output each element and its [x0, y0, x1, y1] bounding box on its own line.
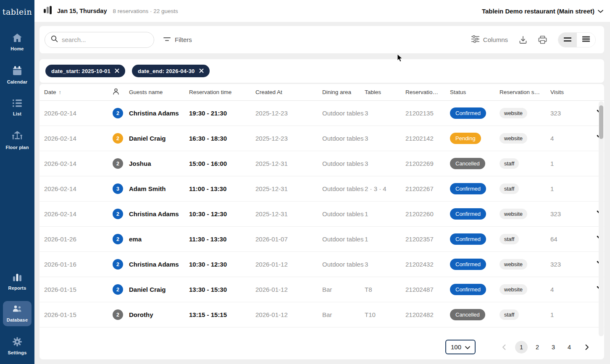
table-body: 2026-02-14 2 Christina Adams 19:30 - 21:… — [39, 101, 604, 327]
column-header-tables[interactable]: Tables — [365, 89, 405, 95]
column-header-dining-area[interactable]: Dining area — [322, 89, 365, 95]
guest-name-cell: Christina Adams — [129, 261, 189, 268]
column-header-reservation-id[interactable]: Reservatio… — [405, 89, 450, 95]
reservation-date-cell: 2026-02-14 — [44, 185, 113, 192]
source-badge: website — [500, 284, 527, 295]
column-header-reservation-time[interactable]: Reservation time — [189, 89, 255, 95]
restaurant-selector[interactable]: Tablein Demo restaurant (Main street) — [482, 7, 603, 15]
columns-button[interactable]: Columns — [471, 35, 508, 44]
dining-area-cell: Outdoor tables — [322, 261, 365, 268]
page-size-value: 100 — [451, 343, 461, 351]
page-button-1[interactable]: 1 — [515, 341, 528, 354]
page-button-2[interactable]: 2 — [531, 341, 544, 354]
guests-count-cell: 2 — [113, 133, 129, 144]
search-icon — [51, 35, 58, 44]
sidebar-nav-bottom: Reports Database — [0, 268, 34, 364]
filter-chip-date-start[interactable]: date_start: 2025-10-01 — [45, 65, 125, 77]
table-row[interactable]: 2026-02-14 2 Joshua 15:00 - 16:00 2025-1… — [39, 151, 604, 176]
gear-icon — [13, 337, 22, 346]
source-cell: website — [500, 108, 550, 118]
previous-page-button[interactable] — [497, 341, 510, 354]
tables-cell: 1 — [365, 210, 405, 217]
sidebar-item-list[interactable]: List — [3, 95, 32, 120]
table-row[interactable]: 2026-02-14 3 Adam Smith 11:00 - 13:30 20… — [39, 176, 604, 202]
visits-cell: 4 — [550, 135, 597, 142]
reservations-table: Date ↑ Guests name Reservation time Crea… — [39, 84, 604, 359]
source-cell: website — [500, 133, 550, 144]
two-lines-icon — [564, 36, 571, 44]
reservation-date-cell: 2026-02-14 — [44, 210, 113, 217]
column-header-date[interactable]: Date ↑ — [44, 89, 113, 95]
visits-cell: 323 — [550, 261, 597, 268]
column-header-created-at[interactable]: Created At — [255, 89, 322, 95]
page-button-3[interactable]: 3 — [547, 341, 560, 354]
guest-name-cell: Joshua — [129, 160, 189, 167]
sidebar-item-floor-plan[interactable]: Floor plan — [3, 127, 32, 154]
visits-cell: 323 — [550, 110, 597, 117]
status-cell: Confirmed — [450, 183, 500, 194]
filter-chip-date-end[interactable]: date_end: 2026-04-30 — [132, 65, 210, 77]
search-input[interactable] — [62, 36, 142, 43]
sidebar-item-calendar[interactable]: Calendar — [3, 62, 32, 88]
vertical-scrollbar[interactable] — [599, 101, 604, 336]
next-page-button[interactable] — [581, 341, 593, 354]
reservation-date-cell: 2026-01-15 — [44, 311, 113, 318]
sidebar-item-reports[interactable]: Reports — [3, 268, 32, 294]
search-box[interactable] — [45, 32, 154, 48]
table-row[interactable]: 2026-02-14 2 Daniel Craig 16:30 - 18:30 … — [39, 126, 604, 151]
reservations-summary: 8 reservations · 22 guests — [113, 8, 178, 14]
table-row[interactable]: 2026-01-16 2 Christina Adams 10:30 - 12:… — [39, 252, 604, 277]
sidebar-nav: Home Calendar List Floor plan — [0, 29, 34, 159]
table-row[interactable]: 2026-01-15 2 Daniel Craig 13:30 - 15:30 … — [39, 277, 604, 302]
reservation-id-cell: 21202267 — [405, 185, 450, 192]
visits-cell: 1 — [550, 160, 597, 167]
close-icon[interactable] — [199, 68, 204, 74]
table-row[interactable]: 2026-01-15 2 Dorothy 13:15 - 15:15 2026-… — [39, 302, 604, 327]
scrollbar-thumb[interactable] — [599, 105, 603, 139]
sort-ascending-icon: ↑ — [59, 89, 62, 95]
page-size-select[interactable]: 100 — [445, 340, 476, 354]
dining-area-cell: Outdoor tables — [322, 210, 365, 217]
filter-icon — [163, 36, 171, 43]
download-button[interactable] — [519, 36, 527, 44]
close-icon[interactable] — [115, 68, 119, 74]
print-button[interactable] — [538, 36, 547, 44]
source-badge: staff — [500, 234, 519, 244]
guests-count-cell: 2 — [113, 108, 129, 118]
column-header-source[interactable]: Reservation s… — [500, 89, 550, 95]
tables-cell: 3 — [365, 110, 405, 117]
day-stats-icon[interactable] — [44, 5, 52, 17]
sidebar-item-database[interactable]: Database — [3, 301, 32, 326]
sidebar-item-settings[interactable]: Settings — [3, 333, 32, 359]
guests-count-badge: 2 — [113, 284, 123, 295]
source-badge: staff — [500, 183, 519, 194]
sidebar-item-label: Calendar — [7, 79, 28, 84]
tables-cell: 3 — [365, 261, 405, 268]
reservation-time-cell: 10:30 - 12:30 — [189, 210, 255, 217]
table-row[interactable]: 2026-02-14 2 Christina Adams 10:30 - 12:… — [39, 202, 604, 227]
sidebar-item-home[interactable]: Home — [3, 29, 32, 55]
guests-count-badge: 2 — [113, 108, 123, 118]
column-header-guests[interactable] — [113, 88, 129, 96]
column-header-guests-name[interactable]: Guests name — [129, 89, 189, 95]
active-filters: date_start: 2025-10-01 date_end: 2026-04… — [39, 59, 604, 83]
created-at-cell: 2025-12-23 — [255, 110, 322, 117]
column-header-status[interactable]: Status — [450, 89, 500, 95]
page-button-4[interactable]: 4 — [563, 341, 576, 354]
density-compact-button[interactable] — [577, 33, 595, 47]
table-row[interactable]: 2026-02-14 2 Christina Adams 19:30 - 21:… — [39, 101, 604, 126]
main-area: Jan 15, Thursday 8 reservations · 22 gue… — [34, 0, 610, 364]
guests-count-badge: 2 — [113, 158, 123, 169]
guests-count-cell: 2 — [113, 234, 129, 244]
source-badge: website — [500, 133, 527, 144]
sidebar: tablein Home Calendar List Floor plan — [0, 0, 34, 364]
tables-cell: T8 — [365, 286, 405, 293]
filters-button[interactable]: Filters — [163, 36, 192, 43]
density-comfortable-button[interactable] — [558, 33, 577, 47]
reservation-id-cell: 21202357 — [405, 236, 450, 243]
table-row[interactable]: 2026-01-26 2 ema 11:30 - 13:30 2026-01-0… — [39, 227, 604, 252]
status-cell: Cancelled — [450, 309, 500, 320]
tables-cell: 3 — [365, 160, 405, 167]
reservation-time-cell: 11:30 - 13:30 — [189, 236, 255, 243]
column-header-visits[interactable]: Visits — [550, 89, 597, 95]
